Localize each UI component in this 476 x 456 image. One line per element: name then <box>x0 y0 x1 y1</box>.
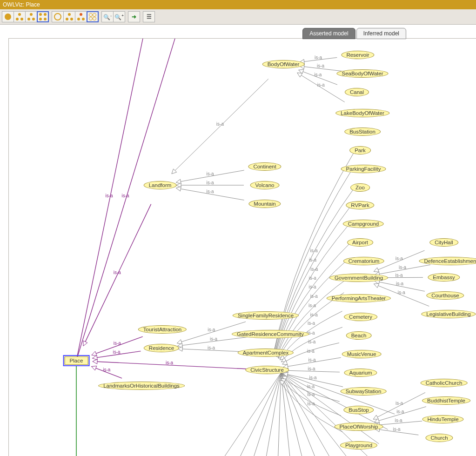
svg-text:is-a: is-a <box>114 341 121 346</box>
svg-line-12 <box>281 373 388 429</box>
grid-outline-icon <box>89 13 96 20</box>
node-PlaceOfWorship[interactable]: PlaceOfWorship <box>335 422 383 431</box>
node-BodyOfWater[interactable]: BodyOfWater <box>262 60 305 68</box>
svg-text:is-a: is-a <box>113 349 121 355</box>
node-Mountain[interactable]: Mountain <box>248 200 281 208</box>
svg-text:is-a: is-a <box>208 345 215 350</box>
svg-text:is-a: is-a <box>308 339 316 344</box>
node-Canal[interactable]: Canal <box>345 88 369 96</box>
node-LandmarksOrHistoricalBuildings[interactable]: LandmarksOrHistoricalBuildings <box>98 382 185 390</box>
node-Playground[interactable]: Playground <box>340 441 377 449</box>
svg-text:is-a: is-a <box>114 270 121 275</box>
tb-show-subclasses[interactable] <box>13 11 26 22</box>
node-RVPark[interactable]: RVPark <box>346 201 374 209</box>
tb-export[interactable]: ➜ <box>128 11 140 22</box>
tab-inferred[interactable]: Inferred model <box>356 28 406 39</box>
svg-text:is-a: is-a <box>307 384 315 389</box>
svg-text:is-a: is-a <box>216 121 224 127</box>
node-PerformingArtsTheater[interactable]: PerformingArtsTheater <box>327 294 391 302</box>
node-Place[interactable]: Place <box>65 356 88 365</box>
svg-marker-36 <box>299 69 304 74</box>
tb-show-all[interactable] <box>37 11 49 22</box>
svg-text:is-a: is-a <box>208 327 215 332</box>
node-Courthouse[interactable]: Courthouse <box>426 291 464 300</box>
tb-show-superclasses[interactable] <box>25 11 37 22</box>
node-GatedResidenceCommunity[interactable]: GatedResidenceCommunity <box>232 330 309 338</box>
svg-text:is-a: is-a <box>106 193 114 198</box>
window-titlebar: OWLViz: Place <box>0 0 476 9</box>
node-SingleFamilyResidence[interactable]: SingleFamilyResidence <box>233 311 299 320</box>
svg-text:is-a: is-a <box>308 401 315 406</box>
graph-canvas[interactable]: is-ais-ais-ais-ais-ais-ais-ais-ais-ais-a… <box>9 39 476 456</box>
svg-line-4 <box>277 373 281 456</box>
svg-line-5 <box>281 373 294 456</box>
node-LakeBodyOfWater[interactable]: LakeBodyOfWater <box>335 109 389 117</box>
node-MusicVenue[interactable]: MusicVenue <box>342 350 382 358</box>
svg-text:is-a: is-a <box>206 180 214 185</box>
svg-text:is-a: is-a <box>310 312 318 317</box>
svg-marker-18 <box>93 355 98 360</box>
node-Continent[interactable]: Continent <box>248 162 281 171</box>
tb-options[interactable]: ☰ <box>143 11 155 22</box>
node-Landform[interactable]: Landform <box>144 181 177 189</box>
svg-text:is-a: is-a <box>308 321 315 326</box>
tb-hide-all-except[interactable] <box>75 11 87 22</box>
export-icon: ➜ <box>132 13 136 20</box>
node-SeaBodyOfWater[interactable]: SeaBodyOfWater <box>336 69 388 78</box>
node-HinduTemple[interactable]: HinduTemple <box>422 415 463 423</box>
svg-marker-14 <box>92 366 97 370</box>
node-Zoo[interactable]: Zoo <box>350 183 370 192</box>
svg-text:is-a: is-a <box>314 72 322 77</box>
node-GovernmentBuilding[interactable]: GovernmentBuilding <box>329 274 388 282</box>
tb-hide-all[interactable] <box>87 11 99 22</box>
svg-marker-16 <box>92 351 97 355</box>
node-BuddhistTemple[interactable]: BuddhistTemple <box>422 396 470 405</box>
node-Reservoir[interactable]: Reservoir <box>341 51 374 59</box>
svg-line-0 <box>214 373 281 456</box>
tb-zoom-out[interactable]: 🔍- <box>101 11 114 22</box>
tb-hide-selected[interactable] <box>52 11 64 22</box>
node-CityHall[interactable]: CityHall <box>429 238 458 247</box>
node-Residence[interactable]: Residence <box>144 344 179 352</box>
node-TouristAttraction[interactable]: TouristAttraction <box>138 325 187 334</box>
node-LegislativeBuilding[interactable]: LegislativeBuilding <box>421 310 476 318</box>
svg-marker-92 <box>373 415 378 419</box>
node-Airport[interactable]: Airport <box>347 238 373 247</box>
svg-marker-26 <box>176 183 181 188</box>
tree-up-icon <box>27 13 35 20</box>
node-CivicStructure[interactable]: CivicStructure <box>245 366 289 374</box>
node-ApartmentComplex[interactable]: ApartmentComplex <box>238 349 294 357</box>
svg-marker-20 <box>83 341 87 346</box>
node-Cemetery[interactable]: Cemetery <box>344 313 377 321</box>
node-Embassy[interactable]: Embassy <box>428 273 460 282</box>
node-Aquarium[interactable]: Aquarium <box>344 369 377 377</box>
window-title: OWLViz: Place <box>3 1 40 8</box>
svg-marker-68 <box>282 360 288 364</box>
tab-asserted[interactable]: Asserted model <box>302 28 355 39</box>
node-Crematorium[interactable]: Crematorium <box>343 257 384 265</box>
tb-show-selected[interactable] <box>2 11 14 22</box>
svg-text:is-a: is-a <box>309 257 317 262</box>
tb-hide-subclasses[interactable] <box>63 11 75 22</box>
node-BusStation[interactable]: BusStation <box>344 127 381 136</box>
svg-text:is-a: is-a <box>310 294 318 299</box>
node-DefenceEstablishment[interactable]: DefenceEstablishment <box>419 257 476 265</box>
svg-text:is-a: is-a <box>309 275 317 281</box>
node-BusStop[interactable]: BusStop <box>343 406 374 414</box>
svg-marker-90 <box>374 283 379 288</box>
zoom-in-icon: 🔍+ <box>114 13 124 20</box>
node-Church[interactable]: Church <box>425 434 453 442</box>
svg-text:is-a: is-a <box>310 267 318 272</box>
node-SubwayStation[interactable]: SubwayStation <box>341 387 387 396</box>
node-Volcano[interactable]: Volcano <box>250 181 280 189</box>
node-Beach[interactable]: Beach <box>346 331 372 340</box>
svg-text:is-a: is-a <box>207 189 215 194</box>
node-CatholicChurch[interactable]: CatholicChurch <box>421 379 468 387</box>
svg-marker-94 <box>375 418 380 423</box>
node-Campground[interactable]: Campground <box>343 220 384 228</box>
node-Park[interactable]: Park <box>349 146 371 154</box>
svg-marker-40 <box>177 340 182 344</box>
svg-line-8 <box>281 373 342 456</box>
tb-zoom-in[interactable]: 🔍+ <box>113 11 125 22</box>
node-ParkingFacility[interactable]: ParkingFacility <box>341 165 386 173</box>
